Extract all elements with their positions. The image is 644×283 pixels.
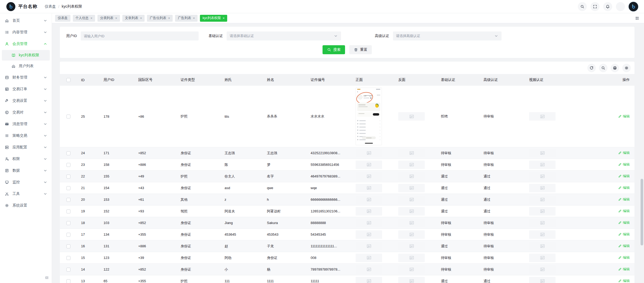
basic-auth-select[interactable]: 请选择基础认证 bbox=[227, 31, 341, 40]
edit-button[interactable]: 编辑 bbox=[618, 114, 630, 119]
bell-button[interactable] bbox=[603, 2, 612, 11]
table-cell: 通过 bbox=[437, 206, 479, 217]
sidebar-collapse-icon[interactable] bbox=[45, 276, 49, 280]
grid-icon[interactable] bbox=[635, 16, 639, 20]
sidebar-subitem-kyc-list[interactable]: kyc列表权限 bbox=[2, 50, 50, 61]
front-image-thumbnail[interactable]: ‹ 130****1234 ››››››› bbox=[356, 88, 382, 145]
broken-image-placeholder bbox=[356, 149, 382, 157]
gear-button[interactable] bbox=[616, 2, 625, 11]
tab-dashboard[interactable]: 仪表盘 bbox=[55, 15, 70, 22]
sidebar-item-trade-pairs[interactable]: 交易对 bbox=[0, 107, 52, 118]
table-cell: 78978978978978... bbox=[306, 264, 351, 275]
logo[interactable]: 平台名称 bbox=[6, 2, 37, 11]
row-checkbox[interactable] bbox=[66, 268, 70, 272]
sidebar-item-tools[interactable]: 工具 bbox=[0, 188, 52, 200]
row-checkbox[interactable] bbox=[66, 279, 70, 283]
table-header-cell: 姓氏 bbox=[220, 74, 263, 86]
edit-button[interactable]: 编辑 bbox=[618, 197, 630, 202]
close-icon[interactable]: × bbox=[115, 16, 117, 20]
edit-button[interactable]: 编辑 bbox=[618, 232, 630, 237]
sidebar-item-system-settings[interactable]: 系统设置 bbox=[0, 200, 52, 211]
search-icon bbox=[601, 66, 605, 70]
sidebar-item-label: 系统设置 bbox=[12, 203, 27, 208]
table-cell: 护照 bbox=[176, 275, 220, 283]
sidebar-item-monitor[interactable]: 监控 bbox=[0, 176, 52, 188]
tab-article-list[interactable]: 文章列表× bbox=[122, 15, 145, 22]
edit-button[interactable]: 编辑 bbox=[618, 209, 630, 213]
row-checkbox[interactable] bbox=[66, 175, 70, 179]
table-refresh-button[interactable] bbox=[587, 64, 596, 72]
sidebar-subitem-user-list[interactable]: 用户列表 bbox=[2, 61, 50, 71]
fullscreen-button[interactable] bbox=[591, 2, 600, 11]
row-checkbox[interactable] bbox=[66, 209, 70, 213]
sidebar-item-trade-orders[interactable]: 交易订单 bbox=[0, 83, 52, 95]
breadcrumb-item[interactable]: 仪表盘 bbox=[45, 4, 56, 9]
row-checkbox[interactable] bbox=[66, 163, 70, 167]
row-checkbox[interactable] bbox=[66, 221, 70, 225]
sidebar-item-trade-settings[interactable]: 交易设置 bbox=[0, 95, 52, 107]
row-checkbox[interactable] bbox=[66, 198, 70, 202]
kyc-table: ID用户ID国际区号证件类型姓氏姓名证件编号正面反面基础认证高级认证视频认证操作… bbox=[60, 74, 634, 283]
close-icon[interactable]: × bbox=[140, 16, 142, 20]
close-icon[interactable]: × bbox=[91, 16, 93, 20]
user-avatar[interactable] bbox=[629, 2, 638, 11]
edit-button[interactable]: 编辑 bbox=[618, 279, 630, 283]
table-cell: +355 bbox=[134, 275, 176, 283]
sidebar-item-strategy-trade[interactable]: 策略交易 bbox=[0, 130, 52, 142]
sidebar-item-member-mgmt[interactable]: 会员管理 bbox=[0, 38, 52, 50]
row-checkbox[interactable] bbox=[66, 115, 70, 118]
select-all-checkbox[interactable] bbox=[66, 78, 70, 82]
row-checkbox[interactable] bbox=[66, 256, 70, 260]
close-icon[interactable]: × bbox=[168, 16, 170, 20]
table-printer-button[interactable] bbox=[611, 64, 619, 72]
table-cell: 通过 bbox=[437, 275, 479, 283]
sidebar-item-home[interactable]: 首页 bbox=[0, 15, 52, 26]
edit-button[interactable]: 编辑 bbox=[618, 185, 630, 190]
edit-button[interactable]: 编辑 bbox=[618, 150, 630, 155]
table-cell: 身份证 bbox=[263, 252, 306, 264]
chevron-down-icon bbox=[494, 34, 498, 38]
broken-image-placeholder bbox=[398, 149, 425, 157]
user-id-input[interactable] bbox=[81, 31, 199, 40]
table-cell: 编辑 bbox=[567, 252, 634, 264]
tab-kyc-list[interactable]: kyc列表权限× bbox=[200, 15, 227, 22]
filter-buttons: 搜索 重置 bbox=[66, 45, 628, 54]
tab-category-list[interactable]: 分类列表× bbox=[97, 15, 120, 22]
table-cell: 小 bbox=[220, 264, 263, 275]
edit-button[interactable]: 编辑 bbox=[618, 174, 630, 179]
row-checkbox[interactable] bbox=[66, 233, 70, 237]
edit-button[interactable]: 编辑 bbox=[618, 267, 630, 272]
edit-button[interactable]: 编辑 bbox=[618, 255, 630, 260]
tab-ad-list[interactable]: 广告列表× bbox=[175, 15, 198, 22]
row-checkbox[interactable] bbox=[66, 151, 70, 155]
sidebar-item-message-mgmt[interactable]: 消息管理 bbox=[0, 118, 52, 130]
table-cell: 待审核 bbox=[479, 264, 525, 275]
sidebar-item-data[interactable]: 数据 bbox=[0, 165, 52, 176]
table-settings-button[interactable] bbox=[622, 64, 631, 72]
advanced-auth-select[interactable]: 请选择高级认证 bbox=[393, 31, 502, 40]
search-button[interactable]: 搜索 bbox=[323, 45, 345, 54]
table-cell: 杀杀杀 bbox=[263, 86, 306, 147]
table-cell bbox=[60, 240, 77, 252]
table-search-button[interactable] bbox=[599, 64, 607, 72]
sidebar-item-finance-mgmt[interactable]: 财务管理 bbox=[0, 72, 52, 83]
vertical-scrollbar[interactable] bbox=[641, 179, 643, 245]
sidebar-item-content-mgmt[interactable]: 内容管理 bbox=[0, 26, 52, 38]
close-icon[interactable]: × bbox=[223, 16, 225, 20]
sidebar-item-permissions[interactable]: 权限 bbox=[0, 153, 52, 165]
row-checkbox[interactable] bbox=[66, 186, 70, 190]
table-cell: 88888888 bbox=[306, 217, 351, 229]
sidebar-item-label: 消息管理 bbox=[12, 122, 27, 126]
tab-ad-slot-list[interactable]: 广告位列表× bbox=[147, 15, 173, 22]
table-cell: Sakura bbox=[263, 217, 306, 229]
row-checkbox[interactable] bbox=[66, 244, 70, 248]
breadcrumb: 仪表盘 / kyc列表权限 bbox=[45, 4, 82, 9]
edit-button[interactable]: 编辑 bbox=[618, 162, 630, 167]
close-icon[interactable]: × bbox=[193, 16, 195, 20]
edit-button[interactable]: 编辑 bbox=[618, 220, 630, 225]
search-button[interactable] bbox=[578, 2, 587, 11]
edit-button[interactable]: 编辑 bbox=[618, 244, 630, 248]
reset-button[interactable]: 重置 bbox=[349, 45, 372, 54]
tab-profile[interactable]: 个人信息× bbox=[73, 15, 95, 22]
sidebar-item-app-config[interactable]: 应用配置 bbox=[0, 142, 52, 153]
